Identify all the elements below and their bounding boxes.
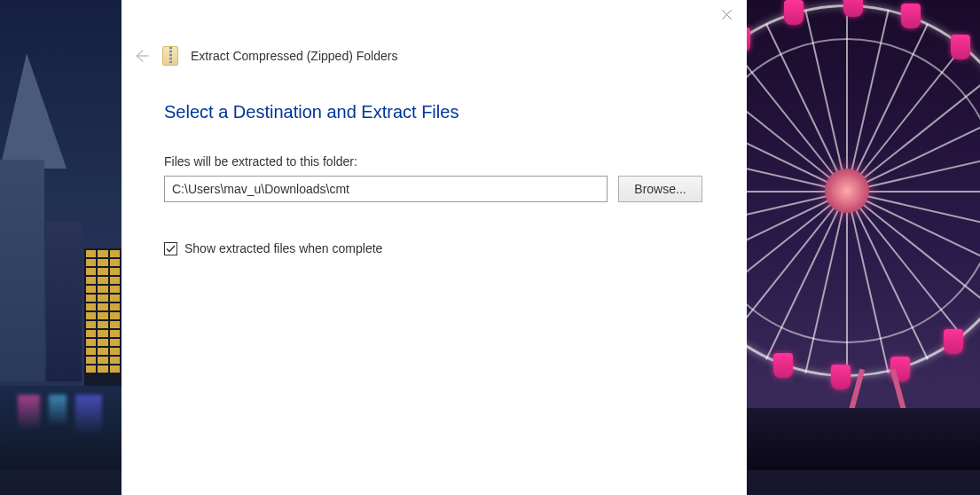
page-heading: Select a Destination and Extract Files [164, 102, 704, 122]
destination-row: Browse... [164, 176, 704, 202]
zip-folder-icon [162, 46, 178, 66]
back-arrow-icon [132, 47, 150, 65]
destination-path-input[interactable] [164, 176, 608, 202]
back-button [132, 47, 150, 65]
show-files-checkbox-row: Show extracted files when complete [164, 241, 704, 255]
destination-label: Files will be extracted to this folder: [164, 154, 704, 169]
checkmark-icon [166, 244, 176, 254]
show-files-checkbox[interactable] [164, 242, 177, 255]
wizard-header: Extract Compressed (Zipped) Folders [132, 46, 397, 66]
content-area: Select a Destination and Extract Files F… [164, 102, 704, 255]
extract-wizard-dialog: Extract Compressed (Zipped) Folders Sele… [122, 0, 747, 495]
close-icon [722, 10, 732, 20]
show-files-checkbox-label[interactable]: Show extracted files when complete [184, 241, 382, 255]
title-bar [122, 0, 747, 35]
wizard-title: Extract Compressed (Zipped) Folders [191, 49, 397, 63]
close-button[interactable] [707, 0, 747, 28]
browse-button[interactable]: Browse... [618, 176, 702, 202]
